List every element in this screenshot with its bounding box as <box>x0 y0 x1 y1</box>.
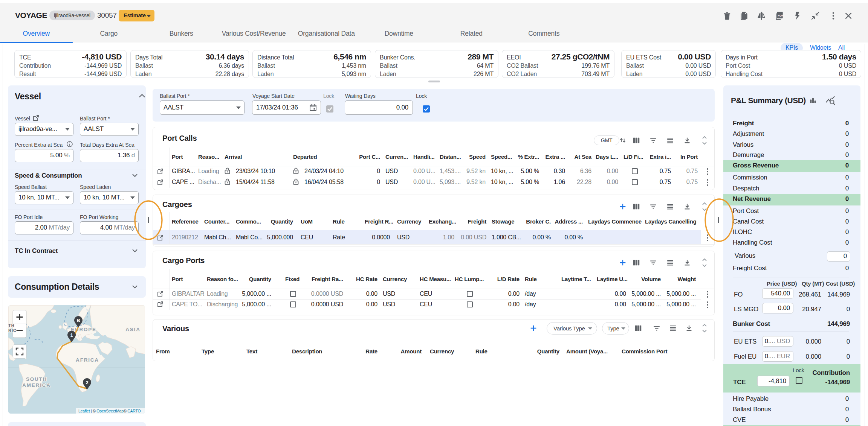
svg-text:Leaflet | © OpenStreetMap© CAR: Leaflet | © OpenStreetMap© CARTO <box>78 409 141 413</box>
svg-text:AFRICA: AFRICA <box>76 357 99 363</box>
svg-text:2: 2 <box>86 380 88 385</box>
svg-text:ASIA: ASIA <box>125 327 140 332</box>
svg-text:B: B <box>76 318 80 323</box>
svg-text:EUROPE: EUROPE <box>71 327 96 332</box>
svg-text:RIC: RIC <box>8 328 17 333</box>
svg-text:SOUTH: SOUTH <box>26 376 47 382</box>
svg-text:TH: TH <box>8 323 15 328</box>
svg-text:PDF: PDF <box>778 14 783 17</box>
svg-text:1: 1 <box>70 332 73 338</box>
svg-text:AMERICA: AMERICA <box>22 382 51 388</box>
